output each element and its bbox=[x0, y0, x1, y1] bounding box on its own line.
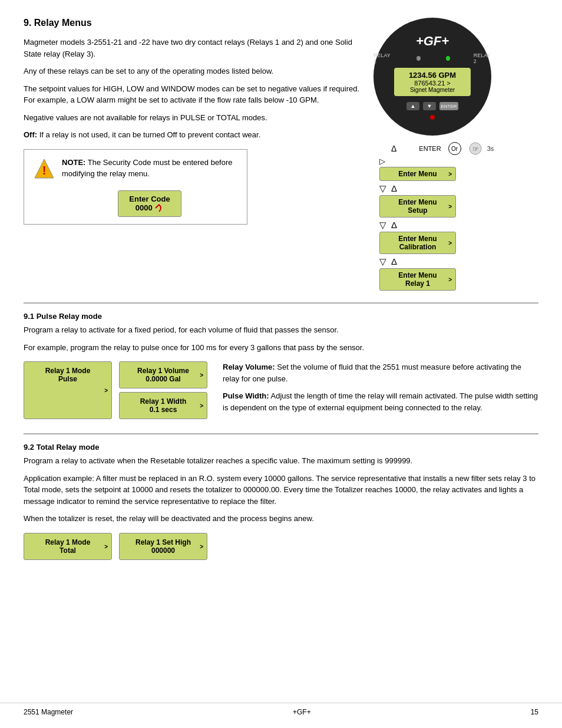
section92-p1: Program a relay to activate when the Res… bbox=[24, 455, 538, 467]
section91-p2: For example, program the relay to pulse … bbox=[24, 342, 538, 354]
enter-box-4: Enter Menu Relay 1 > bbox=[379, 268, 456, 291]
btn-down[interactable]: ▼ bbox=[423, 102, 436, 110]
width-arrow: > bbox=[200, 403, 203, 409]
vol-width-boxes: Relay 1 Volume 0.0000 Gal > Relay 1 Widt… bbox=[119, 361, 211, 419]
intro-p3: The setpoint values for HIGH, LOW and WI… bbox=[24, 83, 362, 106]
display-value: 876543.21 > bbox=[400, 80, 465, 87]
arrow-2: > bbox=[448, 203, 452, 210]
arrow-4: > bbox=[448, 276, 452, 283]
nav-row-1: ▽ Δ bbox=[379, 183, 397, 194]
enter-box-3: Enter Menu Calibration > bbox=[379, 232, 456, 254]
device-display: 1234.56 GPM 876543.21 > Signet Magmeter bbox=[394, 68, 471, 96]
desc-volume: Relay Volume: Set the volume of fluid th… bbox=[223, 361, 538, 384]
intro-p5: Off: If a relay is not used, it can be t… bbox=[24, 129, 362, 141]
nav-sym-down-3: ▽ bbox=[379, 256, 386, 267]
total-mode-value: Total bbox=[31, 546, 104, 555]
relay1-label: RELAY 1 bbox=[373, 52, 391, 64]
note-bold: NOTE: bbox=[62, 158, 85, 167]
desc-width: Pulse Width: Adjust the length of time t… bbox=[223, 390, 538, 413]
enter-box-2: Enter Menu Setup > bbox=[379, 195, 456, 218]
note-rest: The Security Code must be entered before… bbox=[62, 158, 233, 179]
volume-value: 0.0000 Gal bbox=[127, 375, 200, 383]
relay-volume-box: Relay 1 Volume 0.0000 Gal > bbox=[119, 361, 207, 388]
relay2-dot bbox=[446, 56, 450, 61]
finger-icon: ☞ bbox=[468, 141, 482, 156]
note-text-area: NOTE: The Security Code must be entered … bbox=[62, 157, 237, 218]
subsection-92-title: 9.2 Total Relay mode bbox=[24, 443, 538, 452]
nav-row-3: ▽ Δ bbox=[379, 256, 397, 267]
sethigh-label: Relay 1 Set High bbox=[127, 538, 200, 546]
subsection-91-title: 9.1 Pulse Relay mode bbox=[24, 312, 538, 321]
pulse-left: Relay 1 Mode Pulse > Relay 1 Volume 0.00… bbox=[24, 361, 211, 423]
section92-p3: When the totalizer is reset, the relay w… bbox=[24, 513, 538, 525]
enter-code-container: Enter Code 0000 bbox=[62, 186, 237, 218]
nav-sym-up-1: Δ bbox=[391, 183, 397, 194]
enter-code-label: Enter Code bbox=[129, 195, 170, 203]
total-mode-box: Relay 1 Mode Total > bbox=[24, 533, 112, 560]
volume-label: Relay 1 Volume bbox=[127, 367, 200, 375]
off-label: Off: bbox=[24, 130, 37, 139]
pulse-width-text: Adjust the length of time the relay will… bbox=[223, 391, 538, 412]
footer-left: 2551 Magmeter bbox=[24, 708, 73, 716]
volume-arrow: > bbox=[200, 372, 203, 378]
section-92: 9.2 Total Relay mode Program a relay to … bbox=[24, 443, 538, 560]
btn-enter[interactable]: ENTER bbox=[439, 102, 458, 110]
footer-center: +GF+ bbox=[293, 708, 311, 716]
enter-menu-box-1: Enter Menu > bbox=[379, 167, 456, 181]
mode-arrow: > bbox=[104, 387, 108, 394]
arrow-3: > bbox=[448, 240, 452, 246]
diagram-area: +GF+ RELAY 1 RELAY 2 1234.56 GPM 876543.… bbox=[373, 18, 538, 291]
mode-row: Relay 1 Mode Pulse > Relay 1 Volume 0.00… bbox=[24, 361, 211, 419]
relay2-label: RELAY 2 bbox=[474, 52, 491, 64]
svg-text:☞: ☞ bbox=[472, 145, 478, 153]
device-body: +GF+ RELAY 1 RELAY 2 1234.56 GPM 876543.… bbox=[373, 18, 491, 136]
nav-sym-down-1: ▽ bbox=[379, 183, 386, 194]
enter-menu-box-3: Enter Menu Calibration > bbox=[379, 232, 456, 254]
enter-label: ENTER bbox=[419, 145, 441, 152]
mode-label: Relay 1 Mode bbox=[31, 367, 104, 375]
three-s-label: 3s bbox=[487, 145, 494, 152]
off-text: If a relay is not used, it can be turned… bbox=[37, 130, 260, 139]
relay-volume-bold: Relay Volume: bbox=[223, 363, 275, 371]
section92-p2: Application example: A filter must be re… bbox=[24, 473, 538, 508]
enter-code-box: Enter Code 0000 bbox=[118, 190, 181, 218]
relay-indicators: RELAY 1 RELAY 2 bbox=[373, 52, 491, 64]
tri-sym: ▷ bbox=[379, 157, 385, 166]
enter-box-1: Enter Menu > bbox=[379, 167, 456, 181]
enter-menu-box-2: Enter Menu Setup > bbox=[379, 195, 456, 218]
intro-p4: Negative values are not available for re… bbox=[24, 112, 362, 124]
total-sethigh-box: Relay 1 Set High 000000 > bbox=[119, 533, 207, 560]
tri-row: ▷ bbox=[379, 157, 385, 166]
section91-p1: Program a relay to activate for a fixed … bbox=[24, 324, 538, 336]
divider-1 bbox=[24, 302, 538, 304]
note-box: ! NOTE: The Security Code must be entere… bbox=[24, 149, 247, 225]
device-buttons: ▲ ▼ ENTER bbox=[406, 102, 458, 110]
footer-right: 15 bbox=[531, 708, 538, 716]
width-label: Relay 1 Width bbox=[127, 397, 200, 406]
nav-sym-down-2: ▽ bbox=[379, 220, 386, 230]
section-91: 9.1 Pulse Relay mode Program a relay to … bbox=[24, 312, 538, 423]
display-gpm: 1234.56 GPM bbox=[400, 71, 465, 80]
nav-row-2: ▽ Δ bbox=[379, 220, 397, 230]
btn-up[interactable]: ▲ bbox=[406, 102, 419, 110]
display-name: Signet Magmeter bbox=[400, 87, 465, 93]
nav-sym-up-2: Δ bbox=[391, 220, 397, 230]
text-content: 9. Relay Menus Magmeter models 3-2551-21… bbox=[24, 18, 362, 291]
pulse-width-bold: Pulse Width: bbox=[223, 391, 269, 400]
enter-menu-box-4: Enter Menu Relay 1 > bbox=[379, 268, 456, 291]
enter-trigger-row: Δ ENTER Or ☞ 3s bbox=[391, 141, 494, 156]
width-value: 0.1 secs bbox=[127, 406, 200, 414]
nav-sym-up-3: Δ bbox=[391, 256, 397, 267]
section-title: 9. Relay Menus bbox=[24, 18, 362, 28]
warning-icon: ! bbox=[34, 158, 55, 179]
relay1-dot bbox=[416, 56, 421, 61]
total-mode-arrow: > bbox=[104, 543, 108, 549]
relay-width-box: Relay 1 Width 0.1 secs > bbox=[119, 392, 207, 419]
intro-p2: Any of these relays can be set to any of… bbox=[24, 65, 362, 77]
note-text: NOTE: The Security Code must be entered … bbox=[62, 157, 237, 180]
delta-sym: Δ bbox=[391, 144, 396, 153]
menu-flow-area: Δ ENTER Or ☞ 3s ▷ Enter Menu bbox=[373, 141, 538, 291]
pulse-desc: Relay Volume: Set the volume of fluid th… bbox=[223, 361, 538, 423]
footer: 2551 Magmeter +GF+ 15 bbox=[0, 703, 562, 716]
enter-code-value: 0000 bbox=[129, 203, 170, 213]
